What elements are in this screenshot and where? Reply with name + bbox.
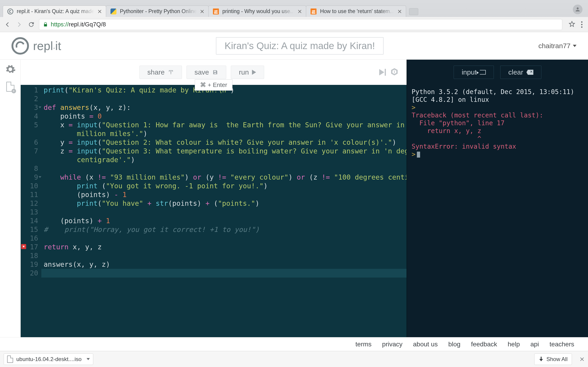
user-menu[interactable]: chaitran77 (538, 42, 577, 50)
footer-link-about-us[interactable]: about us (413, 341, 438, 348)
show-all-downloads-button[interactable]: Show All (534, 353, 572, 365)
workspace: share save run ⌘ + Enter (0, 60, 588, 337)
browser-tab-strip: repl.it - Kiran's Quiz: A quiz made by K… (0, 0, 588, 17)
input-arrow-icon (480, 70, 486, 75)
tab-title: How to use the 'return' statem... (320, 8, 394, 15)
download-shelf: ubuntu-16.04.2-deskt....iso Show All (0, 351, 588, 367)
browser-tab[interactable]: Pythoniter - Pretty Python Online (106, 6, 208, 17)
code-content[interactable]: print("Kiran's Quiz: A quiz made by Kira… (41, 85, 406, 337)
browser-profile-icon[interactable] (573, 5, 582, 14)
replit-favicon (7, 8, 14, 15)
run-shortcut-tooltip: ⌘ + Enter (195, 79, 233, 91)
browser-tab[interactable]: printing - Why would you use... (208, 6, 306, 17)
download-chip[interactable]: ubuntu-16.04.2-deskt....iso (4, 353, 93, 365)
tab-title: printing - Why would you use... (222, 8, 294, 15)
tab-title: Pythoniter - Pretty Python Online (120, 8, 197, 15)
save-label: save (195, 68, 209, 76)
close-download-shelf-icon[interactable] (580, 357, 584, 361)
chevron-down-icon (86, 358, 90, 360)
forward-button[interactable] (15, 20, 23, 29)
play-icon (252, 70, 256, 75)
url-text: repl.it/Gq7Q/8 (69, 21, 106, 28)
stackoverflow-favicon (310, 8, 317, 15)
editor-action-bar: share save run ⌘ + Enter (21, 60, 406, 85)
stackoverflow-favicon (213, 8, 219, 15)
footer-link-privacy[interactable]: privacy (382, 341, 403, 348)
close-tab-icon[interactable] (200, 9, 204, 14)
url-scheme: https:// (51, 21, 69, 28)
browser-menu-icon[interactable] (579, 21, 585, 28)
browser-toolbar: https://repl.it/Gq7Q/8 (0, 17, 588, 32)
footer-link-api[interactable]: api (530, 341, 539, 348)
logo-text: repl (33, 39, 53, 52)
console-action-bar: input clear (407, 60, 588, 85)
footer-link-teachers[interactable]: teachers (550, 341, 574, 348)
replit-logo[interactable]: repl.it (11, 37, 61, 55)
share-button[interactable]: share (139, 66, 182, 79)
run-button[interactable]: run (231, 66, 264, 79)
line-gutter: 1234567891011121314151617181920 (21, 85, 41, 337)
share-icon (168, 69, 174, 75)
clear-label: clear (508, 68, 523, 76)
console-clear-button[interactable]: clear (500, 66, 541, 79)
new-tab-button[interactable] (409, 8, 418, 15)
floppy-icon (212, 69, 218, 75)
logo-suffix: it (55, 39, 61, 52)
settings-gear-icon[interactable] (5, 64, 16, 75)
save-button[interactable]: save (187, 66, 226, 79)
footer-link-blog[interactable]: blog (448, 341, 460, 348)
bookmark-star-icon[interactable] (569, 21, 575, 28)
address-bar[interactable]: https://repl.it/Gq7Q/8 (39, 19, 562, 30)
repl-title-input[interactable]: Kiran's Quiz: A quiz made by Kiran! (216, 37, 384, 55)
footer-link-help[interactable]: help (508, 341, 520, 348)
console-pane: input clear Python 3.5.2 (default, Dec 2… (406, 60, 588, 337)
file-icon (7, 356, 13, 363)
left-rail (0, 60, 21, 337)
page-root: repl.it Kiran's Quiz: A quiz made by Kir… (0, 32, 588, 351)
username: chaitran77 (538, 42, 571, 50)
share-label: share (147, 68, 165, 76)
site-header: repl.it Kiran's Quiz: A quiz made by Kir… (0, 32, 588, 60)
close-tab-icon[interactable] (98, 9, 102, 14)
browser-tab[interactable]: repl.it - Kiran's Quiz: A quiz made by K… (3, 6, 106, 17)
python-favicon (110, 8, 117, 15)
backspace-icon (527, 70, 533, 75)
chevron-down-icon (573, 45, 577, 47)
input-label: input (462, 68, 477, 76)
package-cube-icon[interactable] (390, 68, 398, 77)
footer-link-feedback[interactable]: feedback (471, 341, 497, 348)
download-icon (539, 357, 544, 362)
run-label: run (239, 68, 249, 76)
browser-tab[interactable]: How to use the 'return' statem... (306, 6, 406, 17)
footer-link-terms[interactable]: terms (355, 341, 372, 348)
add-file-icon[interactable] (6, 82, 15, 92)
close-tab-icon[interactable] (398, 9, 402, 14)
editor-pane: share save run ⌘ + Enter (21, 60, 406, 337)
reload-button[interactable] (27, 20, 35, 29)
spiral-icon (11, 37, 29, 55)
download-filename: ubuntu-16.04.2-deskt....iso (16, 356, 82, 362)
console-input-button[interactable]: input (454, 66, 494, 79)
lock-icon (43, 22, 48, 27)
close-tab-icon[interactable] (298, 9, 302, 14)
back-button[interactable] (3, 20, 11, 29)
site-footer: termsprivacyabout usblogfeedbackhelpapit… (0, 337, 588, 351)
tab-title: repl.it - Kiran's Quiz: A quiz made by K… (17, 8, 95, 15)
code-editor[interactable]: 1234567891011121314151617181920 print("K… (21, 85, 406, 337)
show-all-label: Show All (546, 356, 568, 362)
console-output[interactable]: Python 3.5.2 (default, Dec 2015, 13:05:1… (407, 85, 588, 337)
step-to-end-icon[interactable] (379, 69, 386, 76)
